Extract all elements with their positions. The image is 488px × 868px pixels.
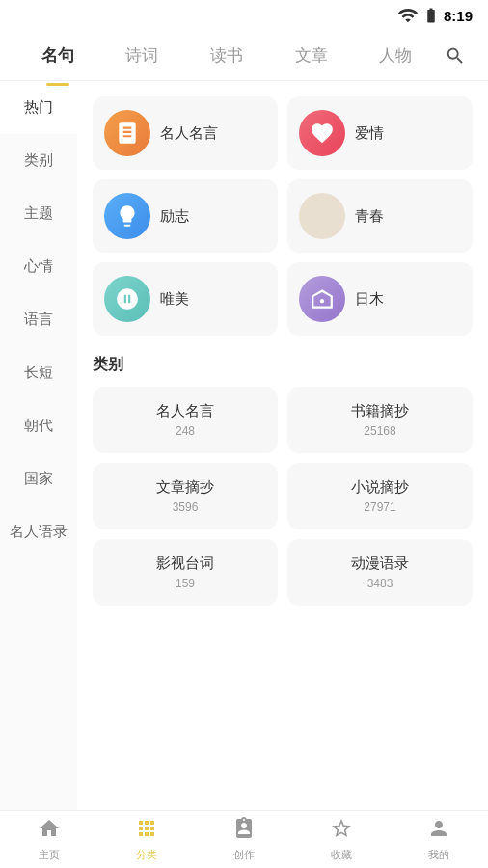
- tab-mingju[interactable]: 名句: [15, 37, 100, 74]
- hot-card-mingren-mingyan[interactable]: 名人名言: [93, 96, 278, 170]
- bottom-nav-mine[interactable]: 我的: [391, 811, 488, 868]
- category-card-shuji[interactable]: 书籍摘抄 25168: [287, 387, 473, 453]
- collect-label: 收藏: [331, 848, 352, 862]
- content-area: 名人名言 爱情 励志 青春: [77, 81, 488, 810]
- hot-card-riben[interactable]: 日木: [287, 262, 473, 336]
- category-count-wenzhang: 3596: [104, 501, 266, 514]
- category-count-xiaoshuo: 27971: [299, 501, 461, 514]
- sidebar-item-guojia[interactable]: 国家: [0, 452, 77, 505]
- sidebar-item-yuyan[interactable]: 语言: [0, 293, 77, 346]
- mine-label: 我的: [428, 848, 449, 862]
- hot-card-aiqing[interactable]: 爱情: [287, 96, 473, 170]
- bottom-nav: 主页 分类 创作 收藏 我的: [0, 810, 488, 868]
- search-button[interactable]: [438, 39, 473, 73]
- sidebar-item-changduan[interactable]: 长短: [0, 346, 77, 399]
- status-icons: 8:19: [397, 5, 473, 26]
- tab-shici[interactable]: 诗词: [100, 37, 185, 74]
- category-name-dongman: 动漫语录: [299, 555, 461, 573]
- top-nav: 名句 诗词 读书 文章 人物: [0, 31, 488, 81]
- hot-card-weimei[interactable]: 唯美: [93, 262, 278, 336]
- qingchun-icon: [299, 193, 345, 239]
- category-card-wenzhang[interactable]: 文章摘抄 3596: [93, 463, 278, 529]
- tab-wenzhang[interactable]: 文章: [269, 37, 354, 74]
- hot-card-qingchun[interactable]: 青春: [287, 179, 473, 253]
- collect-icon: [330, 817, 353, 846]
- tab-renwu[interactable]: 人物: [353, 37, 438, 74]
- hot-card-lizhi[interactable]: 励志: [93, 179, 278, 253]
- lizhi-icon: [104, 193, 150, 239]
- category-count-shuji: 25168: [299, 424, 461, 438]
- sidebar-item-zhuti[interactable]: 主题: [0, 187, 77, 240]
- category-count-yingshi: 159: [104, 577, 266, 590]
- sidebar-item-xinqing[interactable]: 心情: [0, 240, 77, 293]
- category-count-dongman: 3483: [299, 577, 461, 590]
- main-layout: 热门 类别 主题 心情 语言 长短 朝代 国家 名人语录 名人名言 爱情: [0, 81, 488, 810]
- create-label: 创作: [233, 848, 255, 862]
- riben-icon: [299, 276, 345, 322]
- weimei-icon: [104, 276, 150, 322]
- home-label: 主页: [39, 848, 60, 862]
- create-icon: [232, 817, 256, 846]
- bottom-nav-home[interactable]: 主页: [0, 811, 97, 868]
- category-name-yingshi: 影视台词: [104, 555, 266, 573]
- category-name-xiaoshuo: 小说摘抄: [299, 478, 461, 497]
- category-name-mingren: 名人名言: [104, 402, 266, 420]
- hot-card-label-lizhi: 励志: [160, 207, 189, 226]
- status-bar: 8:19: [0, 0, 488, 31]
- hot-card-label-riben: 日木: [355, 290, 384, 309]
- tab-dushu[interactable]: 读书: [184, 37, 269, 74]
- aiqing-icon: [299, 110, 345, 156]
- sidebar-item-hot[interactable]: 热门: [0, 81, 77, 134]
- status-time: 8:19: [444, 8, 473, 24]
- sidebar-item-mingren[interactable]: 名人语录: [0, 505, 77, 558]
- category-card-dongman[interactable]: 动漫语录 3483: [287, 539, 473, 606]
- category-card-mingren[interactable]: 名人名言 248: [93, 387, 278, 453]
- bottom-nav-create[interactable]: 创作: [195, 811, 292, 868]
- category-section-title: 类别: [93, 355, 473, 375]
- hot-card-label-aiqing: 爱情: [355, 124, 384, 143]
- bottom-nav-collect[interactable]: 收藏: [293, 811, 391, 868]
- hot-card-label-mingyan: 名人名言: [160, 124, 218, 143]
- category-name-wenzhang: 文章摘抄: [104, 478, 266, 497]
- classify-icon: [135, 817, 158, 846]
- category-grid: 名人名言 248 书籍摘抄 25168 文章摘抄 3596 小说摘抄 27971…: [93, 387, 473, 606]
- bottom-nav-classify[interactable]: 分类: [97, 811, 195, 868]
- home-icon: [38, 817, 61, 846]
- category-card-yingshi[interactable]: 影视台词 159: [93, 539, 278, 606]
- sidebar-item-chaodai[interactable]: 朝代: [0, 399, 77, 452]
- classify-label: 分类: [136, 848, 157, 862]
- sidebar-item-leibie[interactable]: 类别: [0, 134, 77, 187]
- mine-icon: [427, 817, 450, 846]
- category-card-xiaoshuo[interactable]: 小说摘抄 27971: [287, 463, 473, 529]
- category-count-mingren: 248: [104, 424, 266, 438]
- sidebar: 热门 类别 主题 心情 语言 长短 朝代 国家 名人语录: [0, 81, 77, 810]
- category-name-shuji: 书籍摘抄: [299, 402, 461, 420]
- hot-card-label-weimei: 唯美: [160, 290, 189, 309]
- hot-section: 名人名言 爱情 励志 青春: [93, 96, 473, 336]
- hot-card-label-qingchun: 青春: [355, 207, 384, 226]
- mingyan-icon: [104, 110, 150, 156]
